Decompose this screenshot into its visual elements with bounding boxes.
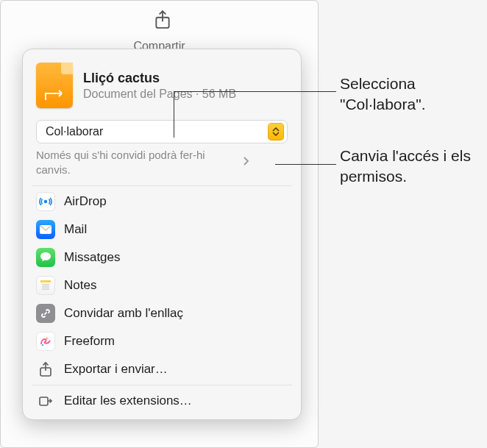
share-popover: Lliçó cactus Document del Pages · 56 MB …	[22, 49, 302, 420]
document-icon	[36, 63, 73, 108]
share-option-label: Exportar i enviar…	[64, 362, 168, 377]
messages-icon	[36, 248, 55, 267]
freeform-icon	[36, 332, 55, 351]
callout-text: Selecciona "Col·labora".	[340, 74, 487, 115]
share-option-invite-link[interactable]: Convidar amb l'enllaç	[23, 299, 301, 327]
share-option-label: Missatges	[64, 250, 121, 265]
collaborate-mode-select[interactable]: Col·laborar	[36, 120, 288, 143]
svg-point-1	[44, 199, 47, 202]
edit-extensions[interactable]: Editar les extensions…	[23, 387, 301, 415]
callout-text: Canvia l'accés i els permisos.	[340, 146, 487, 188]
updown-stepper-icon[interactable]	[268, 123, 284, 141]
share-option-messages[interactable]: Missatges	[23, 243, 301, 271]
mail-icon	[36, 220, 55, 239]
svg-point-7	[46, 337, 49, 339]
document-meta: Document del Pages · 56 MB	[83, 88, 288, 101]
notes-icon	[36, 276, 55, 295]
permissions-row[interactable]: Només qui s'hi convidi podrà fer-hi canv…	[36, 148, 288, 178]
share-option-mail[interactable]: Mail	[23, 216, 301, 243]
document-header: Lliçó cactus Document del Pages · 56 MB	[23, 60, 301, 117]
share-option-export[interactable]: Exportar i enviar…	[23, 355, 301, 383]
share-option-label: Convidar amb l'enllaç	[64, 306, 183, 321]
airdrop-icon	[36, 192, 55, 211]
link-icon	[36, 304, 55, 323]
share-icon[interactable]	[154, 10, 171, 29]
share-option-label: Mail	[64, 222, 87, 237]
divider	[32, 185, 292, 186]
callout-leader	[174, 91, 174, 138]
callout-leader	[174, 91, 336, 92]
share-option-label: AirDrop	[64, 194, 107, 209]
edit-extensions-label: Editar les extensions…	[64, 394, 192, 408]
chevron-right-icon	[242, 155, 249, 170]
divider	[32, 385, 292, 385]
share-option-label: Freeform	[64, 334, 115, 349]
share-option-airdrop[interactable]: AirDrop	[23, 188, 301, 216]
collaborate-mode-label: Col·laborar	[46, 125, 103, 138]
share-option-freeform[interactable]: Freeform	[23, 327, 301, 355]
export-icon	[36, 360, 55, 379]
document-title: Lliçó cactus	[83, 71, 288, 86]
extensions-icon	[36, 391, 55, 410]
svg-rect-3	[40, 280, 51, 282]
svg-point-8	[42, 344, 43, 345]
svg-rect-10	[40, 397, 48, 405]
callout-leader	[275, 164, 336, 165]
permissions-text: Només qui s'hi convidi podrà fer-hi canv…	[36, 148, 242, 178]
share-option-label: Notes	[64, 278, 96, 293]
share-option-notes[interactable]: Notes	[23, 271, 301, 299]
